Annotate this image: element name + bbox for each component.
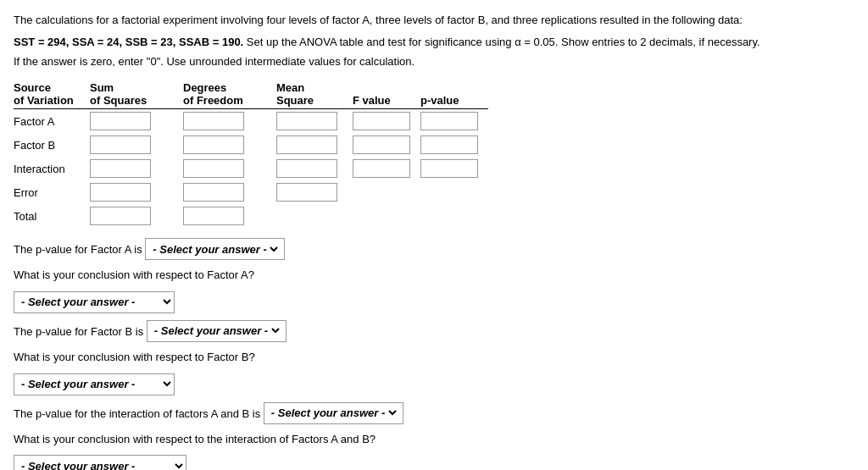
q3-select[interactable]: - Select your answer - less than .01 bet… [151, 323, 282, 338]
intro-paragraph: The calculations for a factorial experim… [14, 12, 854, 29]
q6-select-wrapper[interactable]: - Select your answer - Interaction is si… [14, 455, 186, 470]
sum-total[interactable] [90, 204, 183, 228]
table-row: Error [14, 180, 488, 204]
q5-select-wrapper[interactable]: - Select your answer - less than .01 bet… [264, 402, 403, 424]
formula-text: SST = 294, SSA = 24, SSB = 23, SSAB = 19… [14, 36, 243, 48]
deg-input-total[interactable] [183, 207, 244, 225]
pval-factor-a[interactable] [420, 109, 488, 134]
deg-total[interactable] [183, 204, 276, 228]
pval-factor-b[interactable] [420, 133, 488, 157]
header-fvalue: F value [353, 80, 420, 109]
sum-error[interactable] [90, 180, 183, 204]
deg-input-error[interactable] [183, 183, 244, 202]
table-row: Factor A [14, 109, 488, 134]
mean-factor-a[interactable] [276, 109, 353, 134]
q3-section: The p-value for Factor B is - Select you… [14, 320, 854, 342]
q4-select-wrapper[interactable]: - Select your answer - Factor B is signi… [14, 373, 175, 395]
fval-error [353, 180, 420, 204]
q6-label: What is your conclusion with respect to … [14, 433, 376, 445]
table-row: Interaction [14, 157, 488, 180]
sum-factor-b[interactable] [90, 133, 183, 157]
mean-input-factor-a[interactable] [276, 112, 337, 130]
table-row: Total [14, 204, 488, 228]
formula-cont: Set up the ANOVA table and test for sign… [247, 36, 760, 48]
pval-error [420, 180, 488, 204]
deg-interaction[interactable] [183, 157, 276, 180]
q4-label: What is your conclusion with respect to … [14, 351, 255, 363]
mean-input-factor-b[interactable] [276, 135, 337, 154]
sum-interaction[interactable] [90, 157, 183, 180]
header-pvalue: p-value [420, 80, 488, 109]
source-total: Total [14, 204, 90, 228]
intro-formula-line: SST = 294, SSA = 24, SSB = 23, SSAB = 19… [14, 34, 854, 51]
mean-input-error[interactable] [276, 183, 337, 202]
q3-label: The p-value for Factor B is [14, 324, 143, 337]
sum-input-factor-a[interactable] [90, 112, 151, 130]
mean-error[interactable] [276, 180, 353, 204]
header-source: Source of Variation [14, 80, 90, 109]
q4-section: What is your conclusion with respect to … [14, 349, 854, 367]
intro-line1: The calculations for a factorial experim… [14, 14, 743, 26]
pval-input-interaction[interactable] [420, 159, 478, 178]
pval-input-factor-b[interactable] [420, 135, 478, 154]
q1-select-wrapper[interactable]: - Select your answer - less than .01 bet… [145, 238, 285, 260]
deg-factor-b[interactable] [183, 133, 276, 157]
fval-input-interaction[interactable] [353, 159, 410, 178]
source-factor-a: Factor A [14, 109, 90, 134]
anova-table: Source of Variation Sum of Squares Degre… [14, 80, 488, 228]
q1-label: The p-value for Factor A is [14, 243, 142, 256]
fval-factor-b[interactable] [353, 133, 420, 157]
q2-section: What is your conclusion with respect to … [14, 267, 854, 285]
header-sum: Sum of Squares [90, 80, 183, 109]
pval-interaction[interactable] [420, 157, 488, 180]
mean-input-interaction[interactable] [276, 159, 337, 178]
q2-select[interactable]: - Select your answer - Factor A is signi… [14, 295, 174, 309]
sum-input-factor-b[interactable] [90, 135, 151, 154]
deg-factor-a[interactable] [183, 109, 276, 134]
mean-factor-b[interactable] [276, 133, 353, 157]
pval-input-factor-a[interactable] [420, 112, 478, 130]
q2-select-wrapper[interactable]: - Select your answer - Factor A is signi… [14, 291, 175, 313]
source-error: Error [14, 180, 90, 204]
source-interaction: Interaction [14, 157, 90, 180]
q5-label: The p-value for the interaction of facto… [14, 406, 260, 419]
q4-select[interactable]: - Select your answer - Factor B is signi… [14, 377, 174, 391]
sum-factor-a[interactable] [90, 109, 183, 134]
q5-select[interactable]: - Select your answer - less than .01 bet… [268, 406, 399, 420]
source-factor-b: Factor B [14, 133, 90, 157]
sum-input-interaction[interactable] [90, 159, 151, 178]
deg-error[interactable] [183, 180, 276, 204]
q6-select[interactable]: - Select your answer - Interaction is si… [14, 459, 186, 470]
deg-input-factor-a[interactable] [183, 112, 244, 130]
fval-total [353, 204, 420, 228]
fval-interaction[interactable] [353, 157, 420, 180]
q2-label: What is your conclusion with respect to … [14, 268, 254, 281]
deg-input-factor-b[interactable] [183, 135, 244, 154]
q2-select-row: - Select your answer - Factor A is signi… [14, 291, 854, 313]
mean-total [276, 204, 353, 228]
sub-text-content: If the answer is zero, enter "0". Use un… [14, 55, 415, 68]
header-degrees: Degrees of Freedom [183, 80, 276, 109]
sum-input-error[interactable] [90, 183, 151, 202]
q1-select[interactable]: - Select your answer - less than .01 bet… [149, 242, 281, 257]
deg-input-interaction[interactable] [183, 159, 244, 178]
table-row: Factor B [14, 133, 488, 157]
q3-select-wrapper[interactable]: - Select your answer - less than .01 bet… [147, 320, 287, 342]
fval-factor-a[interactable] [353, 109, 420, 134]
q4-select-row: - Select your answer - Factor B is signi… [14, 373, 854, 395]
q6-select-row: - Select your answer - Interaction is si… [14, 455, 854, 470]
sub-instruction: If the answer is zero, enter "0". Use un… [14, 55, 854, 68]
q1-section: The p-value for Factor A is - Select you… [14, 238, 854, 260]
fval-input-factor-b[interactable] [353, 135, 410, 154]
q5-section: The p-value for the interaction of facto… [14, 402, 854, 424]
sum-input-total[interactable] [90, 207, 151, 225]
header-mean: Mean Square [276, 80, 353, 109]
q6-section: What is your conclusion with respect to … [14, 431, 854, 449]
pval-total [420, 204, 488, 228]
fval-input-factor-a[interactable] [353, 112, 410, 130]
mean-interaction[interactable] [276, 157, 353, 180]
